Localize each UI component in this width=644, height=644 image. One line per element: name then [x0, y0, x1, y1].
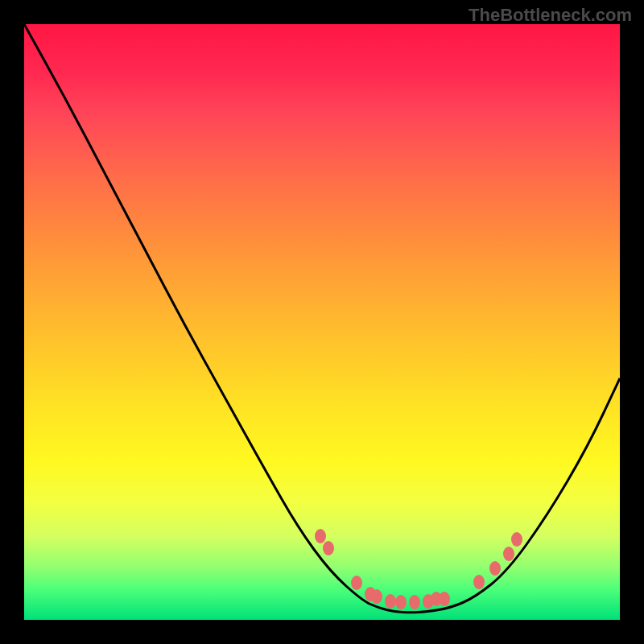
curve-line [24, 24, 620, 613]
chart-container: TheBottleneck.com [0, 0, 644, 644]
plot-area [24, 24, 620, 620]
data-marker [511, 532, 522, 547]
data-marker [489, 561, 501, 576]
data-marker [385, 594, 396, 609]
data-marker [439, 592, 450, 606]
marker-group [315, 529, 522, 609]
data-marker [315, 529, 326, 543]
data-marker [395, 595, 407, 609]
data-marker [371, 589, 382, 604]
data-marker [503, 547, 514, 561]
chart-svg [24, 24, 620, 620]
data-marker [473, 575, 485, 589]
data-marker [409, 595, 420, 609]
data-marker [351, 576, 362, 590]
data-marker [323, 541, 334, 555]
watermark-text: TheBottleneck.com [469, 5, 632, 26]
